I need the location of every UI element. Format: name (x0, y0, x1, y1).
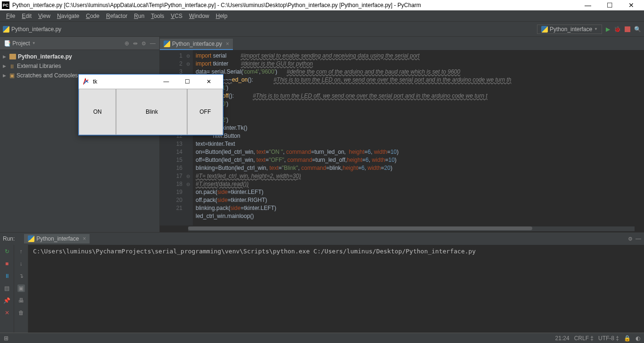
tk-window: tk — ☐ ✕ ON Blink OFF (78, 74, 223, 135)
tree-item-project[interactable]: ▶ Python_interface.py (0, 52, 159, 61)
cursor-position[interactable]: 21:24 (555, 335, 570, 342)
run-header-label: Run: (3, 235, 15, 242)
menu-refactor[interactable]: Refactor (103, 13, 131, 19)
folder-icon (9, 54, 16, 59)
tk-titlebar[interactable]: tk — ☐ ✕ (79, 75, 223, 89)
menu-vcs[interactable]: VCS (167, 13, 186, 19)
run-config-selector[interactable]: Python_interface ▼ (537, 25, 602, 34)
menu-navigate[interactable]: Navigate (54, 13, 83, 19)
locate-icon[interactable]: ⊕ (124, 40, 129, 47)
encoding[interactable]: UTF-8 ‡ (598, 335, 619, 342)
run-body: ↻ ■ ⏸ ▤ 📌 ✕ ↑ ↓ ↴ ▣ 🖶 🗑 C:\Users\luminus… (0, 245, 644, 333)
tk-on-button[interactable]: ON (79, 89, 116, 135)
run-tool-window: Run: Python_interface × — ↻ ■ ⏸ ▤ 📌 ✕ ↑ … (0, 232, 644, 333)
menubar: File Edit View Navigate Code Refactor Ru… (0, 10, 644, 22)
run-tab-label: Python_interface (36, 235, 79, 242)
pin-icon[interactable]: 📌 (3, 297, 11, 304)
tk-off-button[interactable]: OFF (187, 89, 223, 135)
tk-close-button[interactable]: ✕ (198, 78, 219, 85)
settings-icon[interactable] (628, 235, 633, 242)
os-titlebar: PC Python_interface.py [C:\Users\luminus… (0, 0, 644, 10)
toggle-layout-icon[interactable]: ▤ (3, 284, 11, 292)
settings-icon[interactable] (141, 40, 146, 47)
project-panel-title[interactable]: 📑 Project (4, 40, 30, 47)
inspection-icon[interactable]: ◐ (636, 335, 640, 342)
close-tab-icon[interactable]: × (83, 235, 86, 242)
python-file-icon (3, 26, 9, 33)
expand-arrow-icon[interactable]: ▶ (3, 54, 8, 59)
run-toolbar-secondary: ↑ ↓ ↴ ▣ 🖶 🗑 (14, 245, 28, 333)
tk-blink-button[interactable]: Blink (116, 89, 187, 135)
hide-panel-icon[interactable]: — (636, 235, 641, 242)
minimize-button[interactable]: — (577, 1, 599, 9)
search-button[interactable] (634, 26, 641, 33)
editor-panel: Python_interface.py × 123 12131415161718… (160, 37, 644, 232)
project-view-dropdown-icon[interactable]: ▼ (32, 41, 36, 45)
stop-button[interactable]: ■ (3, 260, 11, 268)
soft-wrap-icon[interactable]: ↴ (17, 272, 25, 280)
project-panel-header: 📑 Project ▼ ⊕ ⇹ — (0, 37, 159, 50)
library-icon: ⫼ (9, 63, 15, 69)
down-icon[interactable]: ↓ (17, 260, 25, 268)
expand-arrow-icon[interactable]: ▶ (3, 73, 8, 78)
menu-file[interactable]: File (3, 13, 18, 19)
menu-view[interactable]: View (35, 13, 54, 19)
tk-title: tk (93, 78, 156, 85)
hide-panel-icon[interactable]: — (150, 40, 156, 47)
run-button[interactable]: ▶ (606, 26, 610, 33)
tree-label: Python_interface.py (18, 53, 72, 60)
trash-icon[interactable]: 🗑 (17, 309, 25, 317)
run-tab[interactable]: Python_interface × (24, 234, 90, 243)
tk-body: ON Blink OFF (79, 89, 223, 135)
close-tab-icon[interactable]: × (226, 41, 229, 47)
code-editor[interactable]: 123 12131415161718192021 ⊖⊖⊖⊖ import ser… (160, 50, 644, 226)
rerun-button[interactable]: ↻ (3, 248, 11, 255)
up-icon[interactable]: ↑ (17, 248, 25, 255)
print-icon[interactable]: 🖶 (17, 297, 25, 304)
status-widget-icon[interactable]: ⊞ (4, 335, 8, 342)
run-output[interactable]: C:\Users\luminus\PycharmProjects\serial_… (28, 245, 644, 333)
editor-tab[interactable]: Python_interface.py × (160, 39, 233, 50)
readonly-lock-icon[interactable]: 🔒 (624, 335, 631, 342)
run-toolbar-primary: ↻ ■ ⏸ ▤ 📌 ✕ (0, 245, 14, 333)
window-title: Python_interface.py [C:\Users\luminus\Ap… (12, 2, 577, 8)
pycharm-icon: PC (2, 1, 9, 9)
tk-maximize-button[interactable]: ☐ (177, 78, 198, 85)
scrollbar-thumb[interactable] (188, 226, 532, 230)
run-header: Run: Python_interface × — (0, 233, 644, 245)
line-separator[interactable]: CRLF ‡ (574, 335, 594, 342)
tk-app-icon (83, 78, 90, 85)
horizontal-scrollbar[interactable] (188, 226, 635, 231)
maximize-button[interactable]: ☐ (599, 1, 620, 9)
expand-arrow-icon[interactable]: ▶ (3, 64, 8, 68)
python-file-icon (164, 41, 170, 47)
menu-edit[interactable]: Edit (18, 13, 35, 19)
nav-file[interactable]: Python_interface.py (3, 26, 61, 33)
nav-file-label: Python_interface.py (11, 26, 61, 33)
dropdown-arrow-icon: ▼ (594, 27, 598, 31)
python-icon (28, 235, 34, 242)
navigation-bar: Python_interface.py Python_interface ▼ ▶… (0, 22, 644, 37)
menu-code[interactable]: Code (83, 13, 103, 19)
scratch-icon: ▣ (9, 72, 15, 79)
window-controls: — ☐ ✕ (577, 1, 642, 9)
tree-label: Scratches and Consoles (17, 72, 78, 79)
menu-tools[interactable]: Tools (148, 13, 167, 19)
run-config-label: Python_interface (550, 26, 592, 33)
exit-icon[interactable]: ✕ (3, 309, 11, 317)
menu-window[interactable]: Window (186, 13, 213, 19)
pause-button[interactable]: ⏸ (3, 272, 11, 280)
editor-tab-label: Python_interface.py (172, 41, 222, 47)
tk-minimize-button[interactable]: — (156, 78, 177, 85)
status-bar: ⊞ 21:24 CRLF ‡ UTF-8 ‡ 🔒 ◐ (0, 333, 644, 343)
close-button[interactable]: ✕ (620, 1, 642, 9)
scroll-end-icon[interactable]: ▣ (17, 284, 25, 292)
debug-button[interactable]: 🐞 (614, 26, 621, 33)
code-content[interactable]: import serial #import serial to enable s… (193, 50, 644, 226)
collapse-all-icon[interactable]: ⇹ (133, 40, 138, 47)
menu-help[interactable]: Help (213, 13, 231, 19)
menu-run[interactable]: Run (131, 13, 148, 19)
tree-item-libs[interactable]: ▶ ⫼ External Libraries (0, 61, 159, 71)
stop-button[interactable] (625, 26, 630, 32)
python-icon (541, 26, 548, 33)
